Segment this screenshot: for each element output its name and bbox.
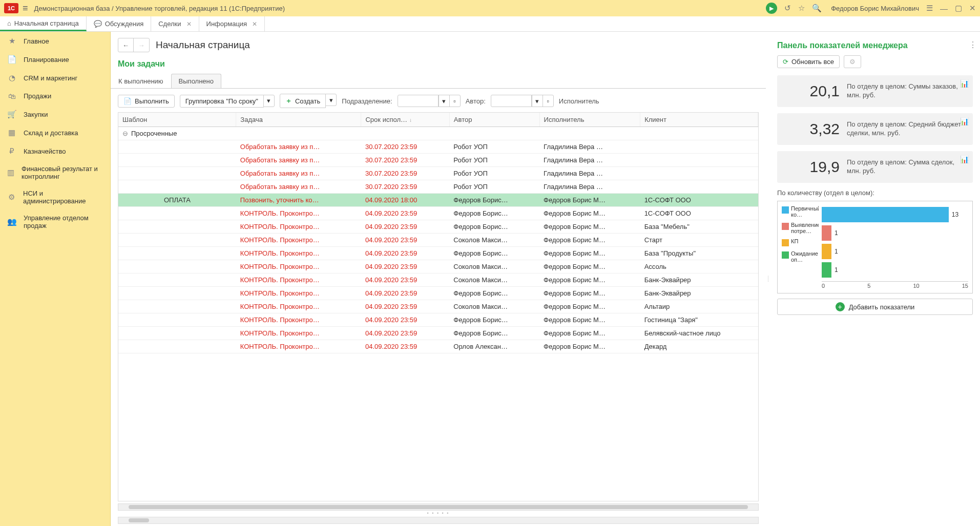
col-template[interactable]: Шаблон (118, 113, 236, 127)
favorite-icon[interactable]: ☆ (798, 4, 805, 13)
group-row[interactable]: ⊖Просроченные (118, 127, 758, 140)
table-row[interactable]: КОНТРОЛЬ. Проконтро…04.09.2020 23:59Федо… (118, 247, 758, 260)
x-axis: 051015 (822, 281, 968, 289)
subtab-pending[interactable]: К выполнению (111, 74, 171, 88)
table-row[interactable]: Обработать заявку из п…30.07.2020 23:59Р… (118, 167, 758, 180)
col-executor[interactable]: Исполнитель (539, 113, 640, 127)
table-row[interactable]: КОНТРОЛЬ. Проконтро…04.09.2020 23:59Федо… (118, 287, 758, 300)
table-row[interactable]: КОНТРОЛЬ. Проконтро…04.09.2020 23:59Федо… (118, 327, 758, 340)
table-row[interactable]: КОНТРОЛЬ. Проконтро…04.09.2020 23:59Орло… (118, 340, 758, 353)
table-h-scrollbar[interactable] (118, 503, 759, 511)
sidebar-icon: ₽ (7, 146, 16, 156)
tasks-table[interactable]: Шаблон Задача Срок испол…↓ Автор Исполни… (118, 112, 759, 501)
horizontal-splitter[interactable]: • • • • • (111, 512, 766, 515)
settings-icon[interactable]: ☰ (926, 4, 933, 13)
sidebar-label: Закупки (24, 111, 48, 118)
panel-settings-button[interactable]: ⚙ (844, 55, 861, 68)
sidebar-item-6[interactable]: ₽Казначейство (0, 142, 110, 160)
department-input[interactable] (398, 95, 439, 107)
col-author[interactable]: Автор (449, 113, 539, 127)
cell-task: Позвонить, уточнить ко… (236, 194, 361, 207)
refresh-all-button[interactable]: ⟳Обновить все (777, 55, 840, 68)
close-tab-icon[interactable]: ✕ (252, 20, 257, 28)
grouping-dropdown-icon[interactable]: ▾ (263, 95, 275, 107)
table-row[interactable]: ОПЛАТАПозвонить, уточнить ко…04.09.2020 … (118, 194, 758, 207)
sidebar-item-1[interactable]: 📄Планирование (0, 50, 110, 69)
close-window-icon[interactable]: ✕ (969, 4, 976, 13)
table-row[interactable]: Обработать заявку из п…30.07.2020 23:59Р… (118, 154, 758, 167)
hamburger-icon[interactable]: ≡ (23, 3, 28, 14)
author-input[interactable] (491, 95, 532, 107)
sidebar-item-7[interactable]: ▥Финансовый результат и контроллинг (0, 160, 110, 185)
sidebar-item-5[interactable]: ▦Склад и доставка (0, 123, 110, 142)
tab-2[interactable]: Сделки✕ (151, 16, 199, 31)
sidebar-item-8[interactable]: ⚙НСИ и администрирование (0, 185, 110, 209)
plus-icon: ＋ (285, 96, 292, 106)
nav-back-button[interactable]: ← (118, 38, 134, 52)
maximize-icon[interactable]: ▢ (955, 4, 962, 13)
legend-swatch (782, 239, 789, 246)
sidebar-item-3[interactable]: 🛍Продажи (0, 87, 110, 105)
nav-forward-button[interactable]: → (134, 38, 149, 52)
sidebar-icon: 📄 (7, 55, 16, 64)
bottom-scrollbar[interactable] (118, 517, 759, 524)
collapse-icon[interactable]: ⊖ (122, 130, 128, 137)
tab-3[interactable]: Информация✕ (199, 16, 265, 31)
sidebar-item-9[interactable]: 👥Управление отделом продаж (0, 209, 110, 234)
minimize-icon[interactable]: — (940, 4, 948, 13)
create-dropdown-icon[interactable]: ▾ (325, 94, 337, 106)
table-row[interactable]: КОНТРОЛЬ. Проконтро…04.09.2020 23:59Федо… (118, 220, 758, 234)
sidebar-item-0[interactable]: ★Главное (0, 32, 110, 50)
cell-due: 04.09.2020 23:59 (361, 340, 449, 353)
table-row[interactable]: КОНТРОЛЬ. Проконтро…04.09.2020 23:59Соко… (118, 300, 758, 313)
department-dropdown-icon[interactable]: ▾ (439, 95, 450, 107)
table-row[interactable]: Обработать заявку из п…30.07.2020 23:59Р… (118, 180, 758, 194)
table-row[interactable]: Обработать заявку из п…30.07.2020 23:59Р… (118, 140, 758, 154)
subtab-done[interactable]: Выполнено (171, 74, 221, 88)
sidebar-item-4[interactable]: 🛒Закупки (0, 105, 110, 123)
col-due[interactable]: Срок испол…↓ (361, 113, 449, 127)
cell-client: Декард (640, 340, 758, 353)
x-tick: 5 (867, 283, 870, 289)
create-button[interactable]: ＋Создать (280, 94, 326, 108)
cell-executor: Федоров Борис М… (539, 220, 640, 234)
author-open-icon[interactable]: ▫ (543, 95, 554, 107)
department-open-icon[interactable]: ▫ (449, 95, 461, 107)
current-user[interactable]: Федоров Борис Михайлович (831, 5, 919, 12)
col-task[interactable]: Задача (236, 113, 361, 127)
kpi-card-2[interactable]: 19,9По отделу в целом: Сумма сделок, млн… (777, 151, 973, 183)
more-icon[interactable]: ⋮ (969, 40, 977, 50)
table-row[interactable]: КОНТРОЛЬ. Проконтро…04.09.2020 23:59Соко… (118, 260, 758, 273)
table-row[interactable]: КОНТРОЛЬ. Проконтро…04.09.2020 23:59Федо… (118, 313, 758, 327)
table-row[interactable]: КОНТРОЛЬ. Проконтро…04.09.2020 23:59Федо… (118, 207, 758, 220)
table-row[interactable]: КОНТРОЛЬ. Проконтро…04.09.2020 23:59Соко… (118, 273, 758, 287)
sidebar-item-2[interactable]: ◔CRM и маркетинг (0, 69, 110, 87)
sidebar-label: Склад и доставка (24, 129, 78, 137)
cell-due: 04.09.2020 23:59 (361, 273, 449, 287)
notifications-icon[interactable]: ▶ (766, 3, 777, 14)
author-dropdown-icon[interactable]: ▾ (532, 95, 543, 107)
col-client[interactable]: Клиент (640, 113, 758, 127)
cell-template (118, 234, 236, 247)
history-icon[interactable]: ↺ (784, 4, 791, 13)
chart-mini-icon[interactable]: 📊 (960, 155, 969, 163)
chart-mini-icon[interactable]: 📊 (960, 117, 969, 125)
subtabs: К выполнению Выполнено (111, 74, 766, 89)
sidebar-icon: ★ (7, 36, 16, 46)
tab-0[interactable]: ⌂Начальная страница (0, 16, 87, 31)
kpi-card-1[interactable]: 3,32По отделу в целом: Средний бюджет сд… (777, 113, 973, 145)
tab-label: Начальная страница (14, 19, 79, 27)
grouping-button[interactable]: Группировка "По сроку" (180, 95, 264, 108)
legend-swatch (782, 251, 789, 259)
tab-1[interactable]: 💬Обсуждения (87, 16, 152, 31)
cell-executor: Федоров Борис М… (539, 247, 640, 260)
chart-mini-icon[interactable]: 📊 (960, 79, 969, 88)
kpi-card-0[interactable]: 20,1По отделу в целом: Суммы заказов, мл… (777, 75, 973, 107)
bar-row: 1 (822, 261, 968, 279)
cell-author: Федоров Борис… (449, 287, 539, 300)
table-row[interactable]: КОНТРОЛЬ. Проконтро…04.09.2020 23:59Соко… (118, 234, 758, 247)
close-tab-icon[interactable]: ✕ (186, 20, 192, 28)
execute-button[interactable]: 📄Выполнить (118, 95, 175, 108)
add-indicators-button[interactable]: + Добавить показатели (777, 299, 973, 315)
search-icon[interactable]: 🔍 (812, 4, 822, 13)
